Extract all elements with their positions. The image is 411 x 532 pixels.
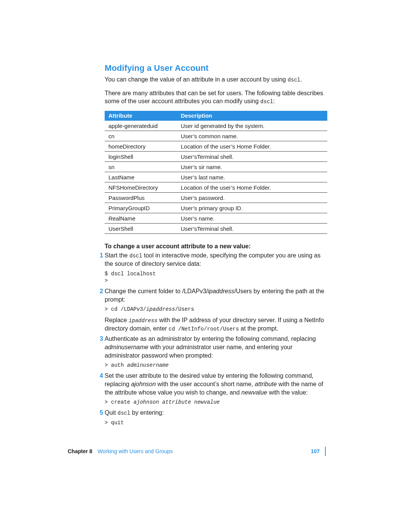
code-block: $ dscl localhost >: [105, 270, 327, 284]
section-title: Modifying a User Account: [105, 63, 327, 73]
table-row: snUser’s sir name.: [105, 162, 327, 172]
text: .: [300, 76, 302, 83]
attribute-description: Location of the user’s Home Folder.: [177, 141, 327, 152]
attribute-description: User’s common name.: [177, 131, 327, 141]
attribute-name: PrimaryGroupID: [105, 203, 177, 213]
step-number: 1: [96, 251, 103, 260]
code-block: > create ajohnson attribute newvalue: [105, 399, 327, 406]
step-text: Quit dscl by entering:: [105, 409, 327, 417]
text: There are many attributes that can be se…: [105, 90, 323, 105]
attribute-name: loginShell: [105, 152, 177, 162]
text: Start the: [105, 252, 129, 259]
attributes-table: Attribute Description apple-generateduid…: [105, 111, 327, 234]
italic-text: adminusername: [105, 344, 148, 350]
text: Change the current folder to /LDAPv3/: [105, 288, 208, 294]
inline-code: dscl: [129, 253, 142, 259]
step-item: 3Authenticate as an administrator by ent…: [105, 335, 327, 369]
inline-code: ipaddress: [129, 318, 158, 324]
attribute-name: apple-generateduid: [105, 121, 177, 131]
code-block: > quit: [105, 419, 327, 426]
text: with the value:: [267, 389, 308, 396]
intro-paragraph-1: You can change the value of an attribute…: [105, 75, 327, 84]
italic-text: ipaddress: [146, 306, 175, 312]
italic-text: ajohnson attribute newvalue: [134, 399, 220, 405]
attribute-name: cn: [105, 131, 177, 141]
step-item: 4Set the user attribute to the desired v…: [105, 372, 327, 406]
step-number: 2: [96, 287, 103, 296]
inline-code: dscl: [288, 77, 301, 83]
attribute-name: PasswordPlus: [105, 193, 177, 203]
text: > create: [105, 399, 134, 405]
attribute-description: User’s last name.: [177, 172, 327, 182]
table-row: UserShellUser’sTerminal shell.: [105, 224, 327, 234]
chapter-title: Working with Users and Groups: [98, 448, 173, 454]
attribute-name: sn: [105, 162, 177, 172]
step-item: 1Start the dscl tool in interactive mode…: [105, 251, 327, 284]
attribute-name: NFSHomeDirectory: [105, 182, 177, 193]
table-row: loginShellUser’sTerminal shell.: [105, 152, 327, 162]
text: with the user account’s short name,: [156, 381, 255, 387]
text: Replace: [105, 317, 129, 323]
attribute-description: User’s primary group ID.: [177, 203, 327, 213]
attribute-description: User’s name.: [177, 213, 327, 224]
step-after-text: Replace ipaddress with the IP address of…: [105, 316, 327, 333]
attribute-description: User’s sir name.: [177, 162, 327, 172]
step-item: 5Quit dscl by entering:> quit: [105, 409, 327, 426]
attribute-name: RealName: [105, 213, 177, 224]
table-row: cnUser’s common name.: [105, 131, 327, 141]
italic-text: ajohnson: [131, 381, 156, 387]
table-row: LastNameUser’s last name.: [105, 172, 327, 182]
step-number: 4: [96, 372, 103, 380]
attribute-description: User’sTerminal shell.: [177, 152, 327, 162]
text: at the prompt.: [239, 325, 278, 332]
attribute-name: LastName: [105, 172, 177, 182]
inline-code: dscl: [118, 410, 131, 416]
table-header-attribute: Attribute: [105, 111, 177, 121]
text: You can change the value of an attribute…: [105, 76, 288, 83]
table-row: apple-generateduidUser id generated by t…: [105, 121, 327, 131]
inline-code: dscl: [260, 99, 273, 105]
attribute-name: homeDirectory: [105, 141, 177, 152]
page-footer: Chapter 8 Working with Users and Groups …: [68, 447, 326, 456]
attribute-description: User’sTerminal shell.: [177, 224, 327, 234]
step-text: Set the user attribute to the desired va…: [105, 372, 327, 396]
steps-list: 1Start the dscl tool in interactive mode…: [105, 251, 327, 426]
italic-text: adminusername: [127, 362, 169, 368]
step-item: 2Change the current folder to /LDAPv3/ip…: [105, 287, 327, 332]
table-row: PrimaryGroupIDUser’s primary group ID.: [105, 203, 327, 213]
code-block: > cd /LDAPv3/ipaddress/Users: [105, 306, 327, 313]
text: > cd /LDAPv3/: [105, 306, 146, 312]
step-text: Start the dscl tool in interactive mode,…: [105, 251, 327, 268]
table-header-description: Description: [177, 111, 327, 121]
text: /Users: [175, 306, 194, 312]
step-number: 5: [96, 409, 103, 417]
code-block: > auth adminusername: [105, 362, 327, 369]
italic-text: attribute: [255, 381, 277, 387]
italic-text: ipaddress: [208, 288, 234, 294]
inline-code: cd /NetInfo/root/Users: [169, 326, 239, 332]
step-text: Authenticate as an administrator by ente…: [105, 335, 327, 359]
table-row: NFSHomeDirectoryLocation of the user’s H…: [105, 182, 327, 193]
attribute-description: User’s password.: [177, 193, 327, 203]
page-number: 107: [311, 448, 320, 454]
text: Quit: [105, 409, 118, 416]
text: > auth: [105, 362, 127, 368]
table-row: RealNameUser’s name.: [105, 213, 327, 224]
text: :: [273, 98, 275, 104]
text: Authenticate as an administrator by ente…: [105, 335, 316, 342]
italic-text: newvalue: [241, 389, 267, 396]
table-row: homeDirectoryLocation of the user’s Home…: [105, 141, 327, 152]
step-text: Change the current folder to /LDAPv3/ipa…: [105, 287, 327, 304]
table-row: PasswordPlusUser’s password.: [105, 193, 327, 203]
step-number: 3: [96, 335, 103, 343]
attribute-description: User id generated by the system.: [177, 121, 327, 131]
procedure-title: To change a user account attribute to a …: [105, 243, 327, 250]
intro-paragraph-2: There are many attributes that can be se…: [105, 89, 327, 105]
attribute-name: UserShell: [105, 224, 177, 234]
page: Modifying a User Account You can change …: [0, 0, 411, 532]
chapter-label: Chapter 8: [68, 448, 92, 454]
attribute-description: Location of the user’s Home Folder.: [177, 182, 327, 193]
text: by entering:: [130, 409, 164, 416]
